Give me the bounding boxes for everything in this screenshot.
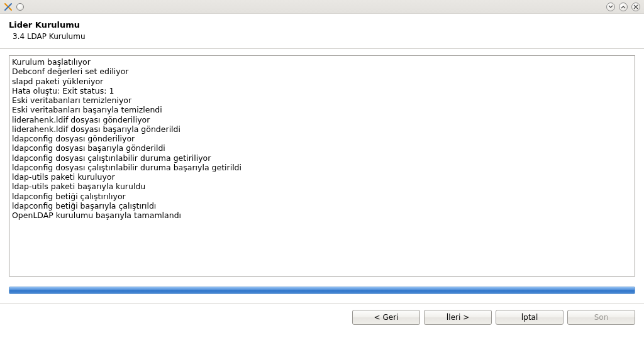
- close-button[interactable]: [631, 3, 640, 11]
- window-controls: [606, 3, 640, 11]
- titlebar: [0, 0, 644, 14]
- log-line: Kurulum başlatılıyor: [12, 57, 632, 67]
- app-icon: [4, 3, 13, 11]
- log-line: liderahenk.ldif dosyası gönderiliyor: [12, 115, 632, 124]
- wizard-content: Kurulum başlatılıyorDebconf değerleri se…: [0, 49, 644, 277]
- log-line: ldapconfig dosyası başarıyla gönderildi: [12, 143, 632, 153]
- maximize-button[interactable]: [619, 3, 628, 11]
- progress-bar: [9, 287, 635, 294]
- log-line: ldapconfig dosyası çalıştırılabilir duru…: [12, 153, 632, 163]
- wizard-header: Lider Kurulumu 3.4 LDAP Kurulumu: [0, 14, 644, 45]
- log-line: ldapconfig betiği başarıyla çalıştırıldı: [12, 201, 632, 211]
- titlebar-left: [4, 3, 24, 11]
- log-line: ldapconfig betiği çalıştırılıyor: [12, 192, 632, 201]
- wizard-button-bar: < Geri İleri > İptal Son: [0, 304, 644, 332]
- log-line: OpenLDAP kurulumu başarıyla tamamlandı: [12, 211, 632, 220]
- back-button[interactable]: < Geri: [352, 310, 420, 325]
- log-line: ldap-utils paketi başarıyla kuruldu: [12, 182, 632, 191]
- log-line: liderahenk.ldif dosyası başarıyla gönder…: [12, 124, 632, 134]
- progress-wrap: [0, 277, 644, 294]
- install-log[interactable]: Kurulum başlatılıyorDebconf değerleri se…: [9, 55, 635, 277]
- wizard-title: Lider Kurulumu: [9, 20, 635, 30]
- cancel-button[interactable]: İptal: [496, 310, 564, 325]
- title-unknown-indicator-icon: [16, 3, 24, 11]
- finish-button: Son: [567, 310, 635, 325]
- log-line: slapd paketi yükleniyor: [12, 77, 632, 86]
- log-line: Debconf değerleri set ediliyor: [12, 67, 632, 76]
- wizard-subtitle: 3.4 LDAP Kurulumu: [9, 32, 635, 41]
- log-line: ldap-utils paketi kuruluyor: [12, 172, 632, 182]
- log-line: Eski veritabanları başarıyla temizlendi: [12, 105, 632, 114]
- next-button[interactable]: İleri >: [424, 310, 492, 325]
- minimize-button[interactable]: [606, 3, 615, 11]
- log-line: Hata oluştu: Exit status: 1: [12, 86, 632, 96]
- log-line: ldapconfig dosyası gönderiliyor: [12, 134, 632, 143]
- log-line: Eski veritabanları temizleniyor: [12, 96, 632, 105]
- log-line: ldapconfig dosyası çalıştırılabilir duru…: [12, 163, 632, 172]
